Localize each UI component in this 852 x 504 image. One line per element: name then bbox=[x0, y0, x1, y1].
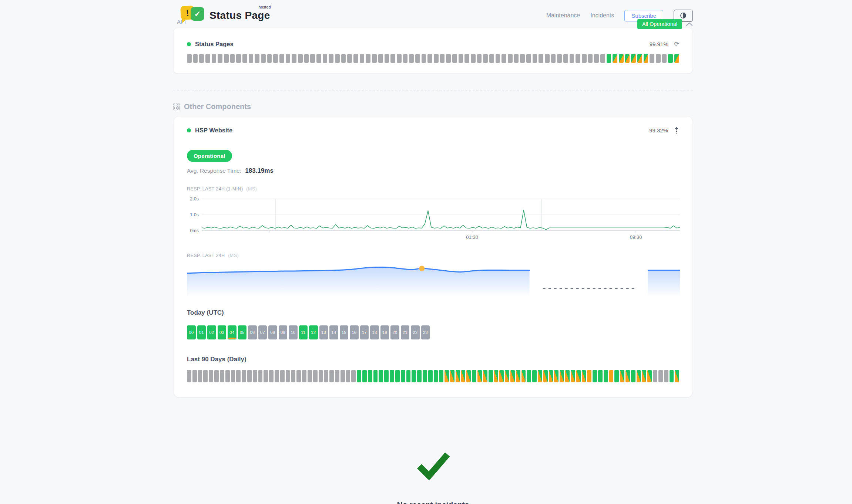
hour-tile-23: 23 bbox=[421, 325, 430, 339]
uptime-bar bbox=[588, 54, 593, 63]
svg-text:09:30: 09:30 bbox=[630, 234, 642, 240]
uptime-bar bbox=[594, 54, 599, 63]
uptime-bar bbox=[508, 54, 513, 63]
uptime-bar bbox=[329, 54, 333, 63]
uptime-bar bbox=[199, 54, 204, 63]
uptime-bar bbox=[397, 54, 402, 63]
uptime-bar bbox=[366, 54, 370, 63]
uptime-bar bbox=[653, 370, 657, 382]
other-components-label: Other Components bbox=[184, 102, 251, 111]
uptime-bar bbox=[310, 54, 315, 63]
component-name: Status Pages bbox=[195, 41, 234, 48]
uptime-bar bbox=[446, 54, 451, 63]
uptime-bar bbox=[674, 54, 679, 63]
uptime-bar bbox=[582, 54, 587, 63]
nav-incidents[interactable]: Incidents bbox=[590, 12, 614, 19]
uptime-bar bbox=[372, 54, 377, 63]
partial-outage-stripe bbox=[228, 338, 236, 339]
uptime-bar bbox=[258, 370, 263, 382]
uptime-bar bbox=[273, 54, 278, 63]
uptime-bar bbox=[242, 54, 247, 63]
uptime-bar bbox=[620, 370, 624, 382]
uptime-bar bbox=[390, 54, 395, 63]
svg-text:0ms: 0ms bbox=[190, 228, 199, 233]
uptime-bar bbox=[520, 54, 525, 63]
uptime-bar bbox=[390, 370, 394, 382]
uptime-bar bbox=[464, 54, 469, 63]
uptime-bar bbox=[477, 370, 482, 382]
logo-bubbles-icon: ! ✓ bbox=[181, 4, 207, 22]
last90-title: Last 90 Days (Daily) bbox=[187, 356, 679, 363]
uptime-bar bbox=[539, 54, 543, 63]
uptime-bar bbox=[560, 370, 564, 382]
uptime-bar bbox=[313, 370, 318, 382]
uptime-bar bbox=[209, 370, 213, 382]
uptime-bar bbox=[459, 54, 463, 63]
uptime-bar bbox=[205, 54, 210, 63]
uptime-bar bbox=[353, 54, 358, 63]
uptime-bar bbox=[527, 370, 531, 382]
hour-tile-11: 11 bbox=[299, 325, 308, 339]
uptime-bar bbox=[609, 370, 614, 382]
uptime-bar bbox=[319, 370, 323, 382]
uptime-bar bbox=[409, 54, 414, 63]
avg-response-line: Avg. Response Time: 183.19ms bbox=[187, 167, 679, 175]
uptime-bar bbox=[192, 370, 197, 382]
uptime-bar bbox=[554, 370, 559, 382]
uptime-bar bbox=[286, 370, 290, 382]
nav-maintenance[interactable]: Maintenance bbox=[546, 12, 580, 19]
hour-tile-22: 22 bbox=[411, 325, 420, 339]
uptime-bar bbox=[422, 54, 426, 63]
uptime-bar bbox=[417, 370, 422, 382]
uptime-bar bbox=[650, 54, 654, 63]
hour-tile-02: 02 bbox=[207, 325, 216, 339]
today-hour-tiles: 0001020304050607080910111213141516171819… bbox=[187, 325, 679, 339]
hour-tile-18: 18 bbox=[370, 325, 379, 339]
uptime-bar bbox=[439, 370, 443, 382]
uptime-bar bbox=[551, 54, 556, 63]
uptime-bar bbox=[452, 54, 457, 63]
response-minute-chart: 2.0s1.0s0ms01:3009:30 bbox=[187, 197, 680, 240]
uptime-bar bbox=[483, 370, 487, 382]
uptime-bar bbox=[220, 370, 224, 382]
uptime-bar bbox=[224, 54, 229, 63]
hour-tile-09: 09 bbox=[279, 325, 288, 339]
uptime-bar bbox=[415, 54, 420, 63]
today-title: Today (UTC) bbox=[187, 309, 679, 317]
uptime-bar bbox=[296, 370, 301, 382]
uptime-bar bbox=[545, 54, 550, 63]
half-circle-icon bbox=[680, 12, 687, 19]
uptime-bar bbox=[324, 370, 328, 382]
hour-tile-05: 05 bbox=[238, 325, 247, 339]
api-uptime-bars bbox=[187, 54, 679, 63]
section-divider bbox=[173, 91, 693, 91]
uptime-bar bbox=[510, 370, 515, 382]
uptime-bar bbox=[604, 370, 608, 382]
uptime-bar bbox=[526, 54, 531, 63]
uptime-bar bbox=[637, 54, 642, 63]
uptime-bar bbox=[255, 54, 259, 63]
section-title-api: API bbox=[177, 18, 693, 25]
component-row-hsp-website: HSP Website 99.32% bbox=[187, 126, 679, 134]
uptime-bar bbox=[532, 370, 537, 382]
uptime-bar bbox=[308, 370, 312, 382]
uptime-bar bbox=[286, 54, 291, 63]
uptime-bar bbox=[587, 370, 591, 382]
uptime-bar bbox=[483, 54, 488, 63]
no-incidents-title: No recent incidents bbox=[173, 500, 693, 504]
uptime-bar bbox=[625, 54, 630, 63]
hour-tile-12: 12 bbox=[309, 325, 318, 339]
uptime-bar bbox=[406, 370, 411, 382]
chart-minute-title: RESP. LAST 24H (1-MIN) (MS) bbox=[187, 186, 679, 192]
hour-tile-17: 17 bbox=[360, 325, 369, 339]
status-dot bbox=[187, 128, 191, 132]
uptime-bar bbox=[499, 370, 504, 382]
uptime-bar bbox=[187, 370, 191, 382]
chart-day-title: RESP. LAST 24H (MS) bbox=[187, 253, 679, 258]
uptime-bar bbox=[516, 370, 520, 382]
uptime-bar bbox=[316, 54, 321, 63]
refresh-icon[interactable]: ⟳ bbox=[674, 41, 679, 47]
uptime-bar bbox=[514, 54, 519, 63]
uptime-bar bbox=[275, 370, 279, 382]
uptime-bar bbox=[267, 54, 272, 63]
